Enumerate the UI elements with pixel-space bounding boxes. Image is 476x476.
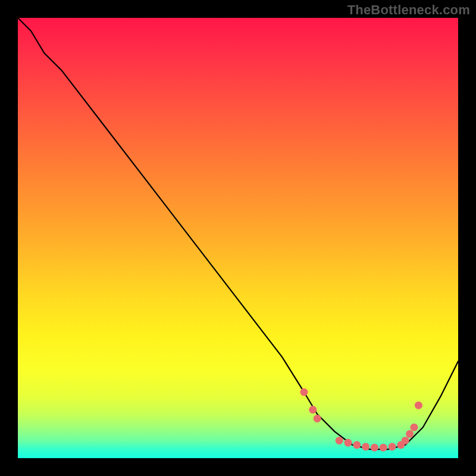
watermark-text: TheBottleneck.com: [347, 2, 470, 18]
curve-svg: [18, 18, 458, 458]
marker-dot: [345, 439, 352, 447]
marker-dot: [362, 443, 369, 450]
marker-dot: [389, 443, 396, 450]
marker-dot: [353, 441, 361, 449]
marker-dot: [406, 430, 414, 438]
marker-group: [300, 389, 422, 452]
marker-dot: [300, 389, 308, 396]
marker-dot: [336, 437, 343, 444]
marker-dot: [411, 424, 418, 431]
marker-dot: [371, 444, 378, 452]
chart-frame: TheBottleneck.com: [0, 0, 476, 476]
marker-dot: [314, 415, 321, 422]
marker-dot: [415, 402, 422, 409]
bottleneck-curve-path: [18, 18, 458, 449]
marker-dot: [380, 444, 387, 452]
marker-dot: [309, 406, 317, 414]
plot-area: [18, 18, 458, 458]
marker-dot: [402, 437, 409, 444]
